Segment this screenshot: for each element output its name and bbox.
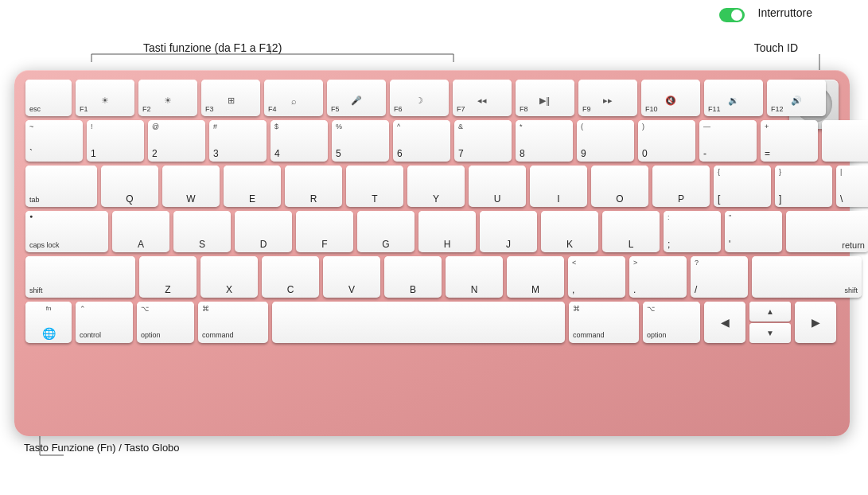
key-9[interactable]: ( 9 <box>577 120 634 162</box>
key-tab[interactable]: tab <box>25 166 97 207</box>
key-return[interactable]: return <box>786 211 868 252</box>
key-d[interactable]: D <box>235 211 292 252</box>
key-8[interactable]: * 8 <box>516 120 573 162</box>
key-f[interactable]: F <box>296 211 353 252</box>
key-fn-globe[interactable]: fn 🌐 <box>25 302 72 343</box>
key-4[interactable]: $ 4 <box>271 120 328 162</box>
label-function-keys: Tasti funzione (da F1 a F12) <box>143 41 282 54</box>
key-bracket-open[interactable]: { [ <box>714 166 771 207</box>
key-m[interactable]: M <box>507 256 564 298</box>
key-f9[interactable]: ▸▸ F9 <box>578 80 637 116</box>
key-a[interactable]: A <box>112 211 169 252</box>
key-esc[interactable]: esc <box>25 80 72 116</box>
scene: Interruttore Touch ID Tasti funzione (da… <box>0 0 868 495</box>
label-interruttore: Interruttore <box>758 6 812 19</box>
key-shift-left[interactable]: shift <box>25 256 135 298</box>
key-minus[interactable]: — - <box>699 120 757 162</box>
key-x[interactable]: X <box>200 256 258 298</box>
key-y[interactable]: Y <box>407 166 465 207</box>
key-2[interactable]: @ 2 <box>148 120 205 162</box>
key-f11[interactable]: 🔉 F11 <box>704 80 763 116</box>
key-backtick[interactable]: ~ ` <box>25 120 83 162</box>
key-v[interactable]: V <box>323 256 380 298</box>
qwerty-row: tab Q W E R T Y U I O P { [ } ] | \ <box>25 166 839 207</box>
key-shift-right[interactable]: shift <box>752 256 862 298</box>
key-u[interactable]: U <box>469 166 526 207</box>
key-f1[interactable]: ☀ F1 <box>76 80 134 116</box>
key-0[interactable]: ) 0 <box>638 120 695 162</box>
key-f12[interactable]: 🔊 F12 <box>767 80 826 116</box>
key-i[interactable]: I <box>530 166 587 207</box>
key-arrow-left[interactable]: ◀ <box>704 302 745 343</box>
key-t[interactable]: T <box>346 166 403 207</box>
key-arrow-down[interactable]: ▼ <box>749 323 791 343</box>
key-period[interactable]: > . <box>629 256 687 298</box>
key-caps-lock[interactable]: ● caps lock <box>25 211 108 252</box>
key-b[interactable]: B <box>384 256 442 298</box>
key-s[interactable]: S <box>173 211 231 252</box>
asdf-row: ● caps lock A S D F G H J K L : ; " ' re… <box>25 211 839 252</box>
bottom-row: fn 🌐 ⌃ control ⌥ option ⌘ command ⌘ comm… <box>25 302 839 343</box>
key-w[interactable]: W <box>162 166 220 207</box>
toggle-switch[interactable] <box>719 8 745 22</box>
function-key-row: esc ☀ F1 ☀ F2 ⊞ F3 ⌕ F4 🎤 F5 <box>25 80 839 116</box>
key-7[interactable]: & 7 <box>454 120 512 162</box>
key-1[interactable]: ! 1 <box>87 120 144 162</box>
key-p[interactable]: P <box>652 166 710 207</box>
key-3[interactable]: # 3 <box>209 120 267 162</box>
key-comma[interactable]: < , <box>568 256 625 298</box>
key-arrow-right[interactable]: ▶ <box>795 302 836 343</box>
key-n[interactable]: N <box>446 256 503 298</box>
key-l[interactable]: L <box>602 211 660 252</box>
key-command-left[interactable]: ⌘ command <box>198 302 268 343</box>
key-j[interactable]: J <box>480 211 537 252</box>
key-k[interactable]: K <box>541 211 598 252</box>
toggle-knob <box>731 10 742 21</box>
key-delete[interactable]: delete <box>822 120 868 162</box>
key-5[interactable]: % 5 <box>332 120 389 162</box>
key-f10[interactable]: 🔇 F10 <box>641 80 700 116</box>
key-e[interactable]: E <box>224 166 281 207</box>
key-semicolon[interactable]: : ; <box>664 211 721 252</box>
key-h[interactable]: H <box>418 211 476 252</box>
number-key-row: ~ ` ! 1 @ 2 # 3 $ 4 % 5 <box>25 120 839 162</box>
key-command-right[interactable]: ⌘ command <box>569 302 639 343</box>
label-fn-globe: Tasto Funzione (Fn) / Tasto Globo <box>24 442 180 454</box>
key-option-right[interactable]: ⌥ option <box>643 302 700 343</box>
key-quote[interactable]: " ' <box>725 211 782 252</box>
key-f8[interactable]: ▶‖ F8 <box>516 80 574 116</box>
key-slash[interactable]: ? / <box>691 256 748 298</box>
key-f3[interactable]: ⊞ F3 <box>201 80 260 116</box>
key-o[interactable]: O <box>591 166 648 207</box>
keyboard-body: esc ☀ F1 ☀ F2 ⊞ F3 ⌕ F4 🎤 F5 <box>14 70 850 436</box>
key-f2[interactable]: ☀ F2 <box>138 80 197 116</box>
key-arrow-up-down: ▲ ▼ <box>749 302 791 343</box>
key-equals[interactable]: + = <box>761 120 818 162</box>
key-f6[interactable]: ☽ F6 <box>390 80 449 116</box>
label-touchid: Touch ID <box>754 41 798 54</box>
key-g[interactable]: G <box>357 211 415 252</box>
key-6[interactable]: ^ 6 <box>393 120 450 162</box>
key-z[interactable]: Z <box>139 256 197 298</box>
key-c[interactable]: C <box>262 256 319 298</box>
key-q[interactable]: Q <box>101 166 158 207</box>
key-f7[interactable]: ◂◂ F7 <box>453 80 512 116</box>
key-control[interactable]: ⌃ control <box>76 302 133 343</box>
key-arrow-up[interactable]: ▲ <box>749 302 791 322</box>
key-space[interactable] <box>272 302 565 343</box>
key-f4[interactable]: ⌕ F4 <box>264 80 323 116</box>
zxcv-row: shift Z X C V B N M < , > . ? / shift <box>25 256 839 298</box>
key-r[interactable]: R <box>285 166 342 207</box>
key-bracket-close[interactable]: } ] <box>775 166 832 207</box>
key-f5[interactable]: 🎤 F5 <box>327 80 386 116</box>
key-option-left[interactable]: ⌥ option <box>137 302 194 343</box>
key-backslash[interactable]: | \ <box>836 166 868 207</box>
